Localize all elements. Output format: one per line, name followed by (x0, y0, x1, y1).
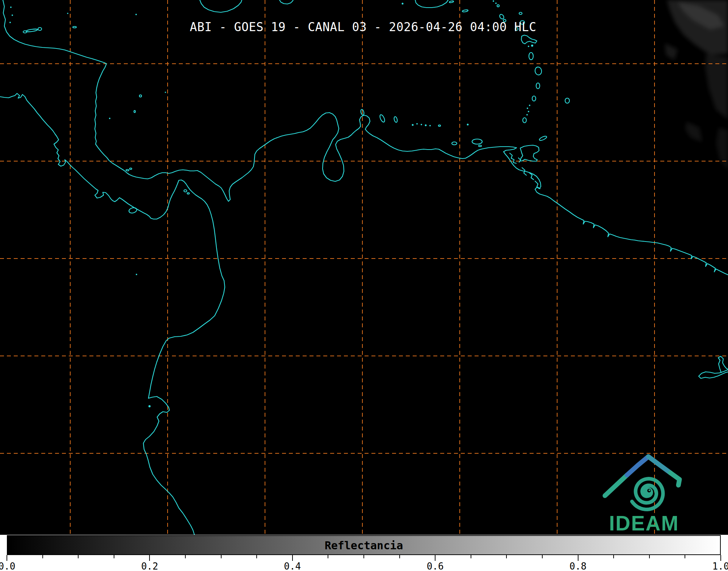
minor-tick (78, 555, 79, 558)
minor-tick (542, 555, 543, 558)
haiti-tip-coastline (279, 0, 293, 4)
logo-spiral-eye (642, 487, 653, 498)
guanaja-island (38, 28, 42, 30)
los-roques-5-islet (429, 125, 431, 126)
logo-roof-left-lower (605, 475, 627, 496)
ideam-logo (605, 457, 679, 509)
pearl-island-1-island (184, 190, 187, 192)
major-tick (292, 555, 293, 561)
cay-speck-islet (67, 13, 68, 14)
tick-label: 0.4 (284, 562, 301, 571)
jamaica-south-coast-coastline (200, 0, 242, 12)
major-tick (720, 555, 721, 561)
grenadine-3-islet (527, 108, 528, 109)
colorbar-label: Reflectancia (325, 539, 403, 551)
minor-tick (328, 555, 328, 558)
vieques-island (449, 1, 454, 3)
grenada-island (523, 118, 526, 123)
grenadine-4-islet (529, 105, 530, 106)
mona-islet (402, 3, 404, 5)
major-tick (435, 555, 435, 561)
islet-dot-layer (9, 0, 533, 407)
tick-label: 0.6 (427, 562, 444, 571)
major-tick (578, 555, 578, 561)
satellite-figure: ABI - GOES 19 - CANAL 03 - 2026-04-26 04… (0, 0, 728, 571)
statia-island (497, 5, 499, 7)
grenadine-2-islet (528, 111, 529, 112)
guadeloupe-coastline (521, 35, 537, 44)
la-orchila-island (438, 125, 441, 126)
pacific-coast-coastline (0, 93, 225, 535)
minor-tick (471, 555, 471, 558)
martinique-island (534, 67, 542, 76)
tick-label: 0.0 (0, 562, 15, 571)
orinoco-delta-channel-3-coastline (535, 181, 540, 189)
minor-tick (506, 555, 507, 558)
caribbean-mainland-coast-coastline (3, 0, 728, 275)
tick-label: 1.0 (712, 562, 728, 571)
gulf-of-paria-swirl-2-coastline (518, 158, 521, 162)
coiba-island (129, 207, 138, 214)
swan-island-island (73, 26, 76, 28)
logo-roof-left-upper (627, 457, 648, 475)
malpelo-islet (136, 274, 137, 275)
corn-island-islet (109, 118, 110, 119)
major-tick (149, 555, 150, 561)
tumbes-islet-islet (148, 405, 151, 407)
roatan-island (26, 29, 38, 32)
ideam-logo-text: IDEAM (609, 513, 679, 534)
dominica-island (529, 53, 533, 60)
la-tortuga-island (452, 142, 457, 145)
minor-tick (185, 555, 186, 558)
major-tick (7, 555, 7, 561)
bonaire-island (394, 116, 398, 123)
logo-spiral-eye-pupil (649, 490, 651, 491)
cayman-speck-islet (135, 14, 137, 15)
bocas-islet-2-island (130, 168, 132, 169)
belize-cay-3-islet (9, 22, 11, 23)
tobago-island (539, 135, 547, 142)
minor-tick (221, 555, 222, 558)
saba-1-islet (493, 0, 494, 2)
minor-tick (363, 555, 364, 558)
logo-roof-right-lower (670, 473, 679, 485)
minor-tick (685, 555, 685, 558)
st-kitts-island (499, 13, 505, 20)
los-roques-2-islet (416, 123, 418, 125)
logo-roof-right-upper (648, 457, 670, 473)
st-croix-island (462, 9, 468, 12)
st-lucia-island (536, 83, 540, 89)
trinidad-coastline (520, 145, 539, 161)
minor-tick (399, 555, 400, 558)
barbados-island (565, 98, 569, 103)
grenadine-1-islet (526, 114, 528, 116)
tick-label: 0.8 (569, 562, 586, 571)
los-roques-3-islet (421, 124, 422, 125)
la-blanquilla-islet (467, 124, 469, 126)
curacao-island (379, 114, 386, 123)
marie-galante-islet (531, 45, 533, 47)
graticule-layer (0, 0, 728, 535)
minor-tick (256, 555, 257, 558)
bocas-islet-1-island (126, 169, 129, 171)
barbuda-island (519, 12, 522, 14)
st-vincent-island (532, 96, 536, 101)
minor-tick (42, 555, 43, 558)
los-roques-1-islet (412, 124, 414, 126)
tick-label: 0.2 (141, 562, 158, 571)
san-andres-island (134, 110, 135, 113)
map-title: ABI - GOES 19 - CANAL 03 - 2026-04-26 04… (190, 21, 536, 33)
puerto-rico-south-coast-coastline (415, 0, 448, 8)
belize-cay-2-islet (12, 14, 13, 16)
saba-2-islet (495, 3, 497, 4)
amazon-coast-fragment-coastline (699, 370, 728, 378)
minor-tick (649, 555, 650, 558)
belize-cay-1-islet (10, 7, 12, 8)
minor-tick (613, 555, 614, 558)
satellite-map: ABI - GOES 19 - CANAL 03 - 2026-04-26 04… (0, 0, 728, 535)
minor-tick (114, 555, 114, 558)
caribbean-speck-islet (165, 92, 166, 93)
map-layers (0, 0, 728, 535)
coastline-layer (0, 0, 728, 535)
petite-terre-islet (528, 46, 529, 47)
